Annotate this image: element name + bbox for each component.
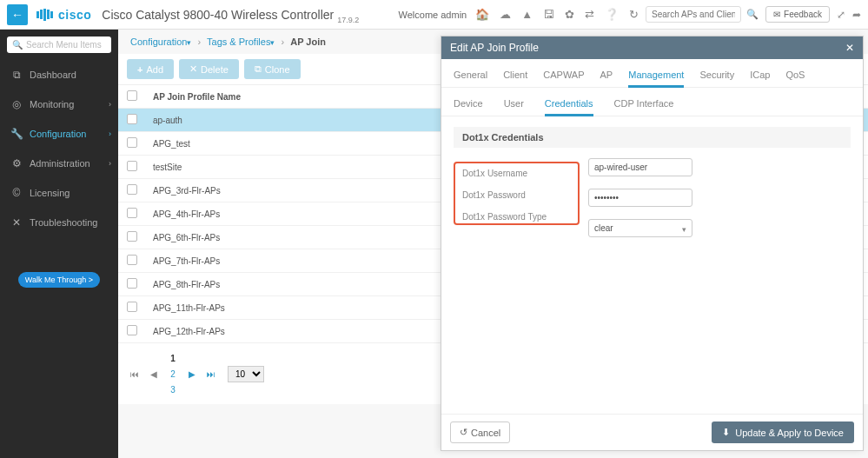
row-checkbox[interactable] — [127, 114, 137, 124]
welcome-text: Welcome admin — [399, 10, 467, 20]
row-checkbox[interactable] — [127, 278, 137, 289]
select-all-checkbox[interactable] — [127, 90, 137, 101]
licensing-icon: © — [10, 187, 23, 199]
configuration-icon: 🔧 — [10, 128, 23, 140]
global-search-input[interactable] — [646, 6, 741, 23]
sidebar-item-label: Troubleshooting — [30, 217, 97, 228]
dot1x-password-type-label: Dot1x Password Type — [462, 212, 571, 222]
walk-me-through-button[interactable]: Walk Me Through > — [18, 272, 100, 288]
sidebar-item-label: Configuration — [30, 129, 86, 139]
sidebar-item-monitoring[interactable]: ◎Monitoring› — [0, 90, 118, 119]
sidebar-item-label: Licensing — [30, 188, 70, 198]
sync-icon[interactable]: ⇄ — [585, 8, 594, 21]
dot1x-password-label: Dot1x Password — [462, 190, 571, 200]
sidebar-item-label: Administration — [30, 158, 90, 169]
apply-button[interactable]: ⬇ Update & Apply to Device — [712, 421, 854, 443]
search-icon[interactable]: 🔍 — [746, 9, 759, 20]
sidebar-search-placeholder: Search Menu Items — [26, 40, 102, 50]
dot1x-username-input[interactable] — [588, 158, 692, 176]
close-icon[interactable]: ✕ — [845, 42, 854, 54]
pager-page[interactable]: 3 — [165, 382, 181, 397]
tab-general[interactable]: General — [454, 66, 487, 87]
dot1x-password-input[interactable] — [588, 189, 692, 207]
product-version: 17.9.2 — [337, 16, 359, 24]
troubleshooting-icon: ✕ — [10, 216, 23, 229]
gear-icon[interactable]: ✿ — [565, 8, 574, 21]
edit-panel: Edit AP Join Profile ✕ GeneralClientCAPW… — [441, 36, 864, 451]
alert-icon[interactable]: ▲ — [521, 8, 533, 21]
tab-client[interactable]: Client — [503, 66, 527, 87]
dot1x-password-type-select[interactable]: clear ▾ — [588, 219, 692, 237]
apply-label: Update & Apply to Device — [735, 428, 844, 438]
download-icon: ⬇ — [722, 427, 730, 438]
sidebar-item-label: Dashboard — [30, 70, 76, 80]
breadcrumb-current: AP Join — [290, 37, 326, 47]
tab-ap[interactable]: AP — [600, 66, 613, 87]
panel-footer: ↺ Cancel ⬇ Update & Apply to Device — [441, 414, 863, 450]
section-title: Dot1x Credentials — [454, 127, 851, 148]
sidebar-item-administration[interactable]: ⚙Administration› — [0, 149, 118, 178]
logo-text: cisco — [58, 8, 91, 22]
add-label: Add — [146, 64, 163, 75]
pager-page[interactable]: 2 — [165, 366, 181, 382]
tab-icap[interactable]: ICap — [750, 66, 770, 87]
subtab-device[interactable]: Device — [454, 95, 483, 116]
sidebar-search[interactable]: 🔍 Search Menu Items — [7, 37, 111, 53]
chevron-right-icon: › — [109, 159, 111, 168]
delete-button[interactable]: ✕Delete — [179, 59, 239, 79]
panel-subtab-row: DeviceUserCredentialsCDP Interface — [441, 88, 863, 116]
mail-icon: ✉ — [773, 10, 780, 19]
subtab-user[interactable]: User — [504, 95, 524, 116]
clone-label: Clone — [265, 64, 290, 75]
subtab-cdp-interface[interactable]: CDP Interface — [614, 95, 674, 116]
breadcrumb-root[interactable]: Configuration — [130, 37, 187, 47]
tab-management[interactable]: Management — [628, 66, 684, 87]
help-icon[interactable]: ❔ — [605, 8, 619, 21]
row-checkbox[interactable] — [127, 325, 137, 335]
pager-last[interactable]: ⏭ — [203, 366, 219, 382]
sidebar-item-label: Monitoring — [30, 99, 74, 110]
save-icon[interactable]: 🖫 — [543, 8, 554, 21]
tab-qos[interactable]: QoS — [785, 66, 805, 87]
page-size-select[interactable]: 10 — [228, 366, 264, 382]
pager-next[interactable]: ▶ — [184, 366, 200, 382]
row-checkbox[interactable] — [127, 208, 137, 218]
pager-prev[interactable]: ◀ — [146, 366, 162, 382]
logout-icon[interactable]: ➦ — [852, 9, 861, 21]
row-checkbox[interactable] — [127, 231, 137, 242]
cancel-button[interactable]: ↺ Cancel — [450, 421, 510, 443]
breadcrumb-mid[interactable]: Tags & Profiles — [207, 37, 270, 47]
sidebar-item-configuration[interactable]: 🔧Configuration› — [0, 119, 118, 149]
clone-button[interactable]: ⧉Clone — [244, 59, 301, 79]
back-button[interactable]: ← — [7, 4, 28, 25]
pager-first[interactable]: ⏮ — [127, 366, 142, 382]
chevron-right-icon: › — [109, 100, 111, 109]
sidebar-item-licensing[interactable]: ©Licensing — [0, 178, 118, 208]
home-icon[interactable]: 🏠 — [475, 8, 489, 21]
chevron-right-icon: › — [109, 129, 111, 138]
row-checkbox[interactable] — [127, 302, 137, 312]
monitoring-icon: ◎ — [10, 98, 23, 110]
cancel-label: Cancel — [471, 428, 500, 438]
row-checkbox[interactable] — [127, 137, 137, 148]
undo-icon: ↺ — [460, 427, 467, 438]
delete-label: Delete — [201, 64, 229, 75]
refresh-icon[interactable]: ↻ — [629, 8, 639, 21]
sidebar-item-troubleshooting[interactable]: ✕Troubleshooting — [0, 208, 118, 237]
expand-icon[interactable]: ⤢ — [837, 9, 845, 21]
add-button[interactable]: +Add — [127, 59, 174, 79]
feedback-button[interactable]: ✉ Feedback — [765, 6, 830, 23]
cloud-icon[interactable]: ☁ — [500, 8, 511, 21]
row-checkbox[interactable] — [127, 161, 137, 171]
dot1x-password-type-value: clear — [594, 223, 613, 233]
row-checkbox[interactable] — [127, 255, 137, 265]
subtab-credentials[interactable]: Credentials — [545, 95, 593, 116]
pager-page[interactable]: 1 — [165, 350, 181, 366]
tab-capwap[interactable]: CAPWAP — [543, 66, 584, 87]
feedback-label: Feedback — [784, 10, 822, 19]
sidebar-item-dashboard[interactable]: ⧉Dashboard — [0, 60, 118, 90]
sidebar: 🔍 Search Menu Items ⧉Dashboard◎Monitorin… — [0, 30, 118, 458]
tab-security[interactable]: Security — [699, 66, 734, 87]
row-checkbox[interactable] — [127, 184, 137, 195]
dot1x-username-label: Dot1x Username — [462, 169, 571, 178]
